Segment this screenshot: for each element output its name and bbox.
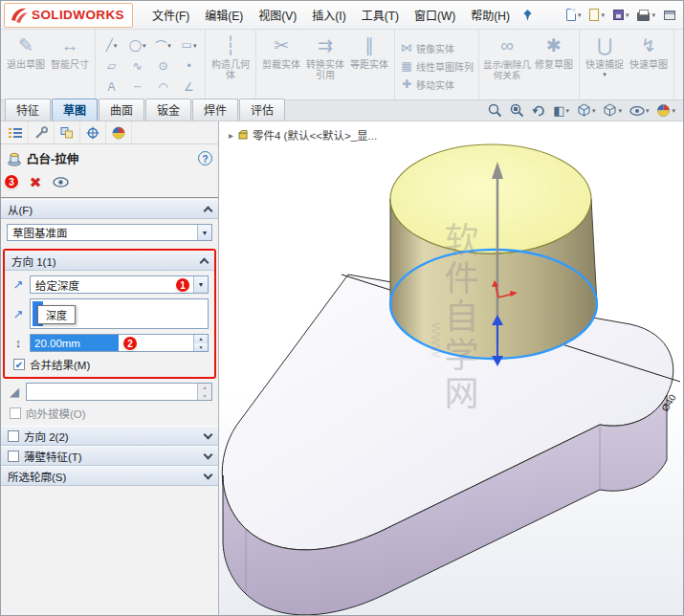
breadcrumb[interactable]: ▸ 零件4 (默认<<默认>_显...: [229, 127, 377, 143]
pm-tab-display-manager[interactable]: [106, 121, 132, 143]
pm-tab-feature-manager[interactable]: [3, 121, 29, 143]
slot-tool-button[interactable]: ▱: [99, 55, 124, 77]
previous-view-icon[interactable]: [532, 104, 545, 117]
caret-icon[interactable]: ▾: [578, 11, 582, 18]
arc-tool-button[interactable]: ⌒▾: [150, 34, 176, 55]
tab-sheet-metal[interactable]: 钣金: [145, 99, 191, 121]
caret-icon[interactable]: ▾: [167, 42, 171, 49]
centerline-tool-button[interactable]: ┄: [124, 77, 150, 98]
tab-features[interactable]: 特征: [5, 99, 51, 121]
selected-contours-section-header[interactable]: 所选轮廓(S): [1, 466, 218, 486]
help-button[interactable]: ?: [198, 151, 212, 165]
construction-geometry-button[interactable]: ┆ 构造几何体: [209, 33, 253, 80]
caret-icon[interactable]: ▾: [601, 11, 605, 18]
caret-icon[interactable]: ▾: [193, 42, 197, 49]
cylinder-top-face[interactable]: [390, 144, 591, 253]
menu-item-tools[interactable]: 工具(T): [354, 2, 407, 28]
caret-icon[interactable]: ▾: [603, 71, 607, 77]
spin-down-icon[interactable]: ▼: [194, 343, 208, 352]
caret-icon[interactable]: ▾: [646, 107, 650, 114]
caret-icon[interactable]: ▾: [618, 107, 622, 114]
draft-angle-input[interactable]: ▲ ▼: [26, 383, 212, 401]
caret-icon[interactable]: ▾: [592, 107, 596, 114]
expand-chevron-icon[interactable]: [204, 450, 213, 459]
fillet-tool-button[interactable]: ◠: [150, 77, 176, 98]
caret-icon[interactable]: ▾: [672, 107, 675, 114]
draft-outward-checkbox[interactable]: [10, 407, 21, 419]
thin-feature-section-header[interactable]: 薄壁特征(T): [1, 446, 218, 466]
end-condition-combo[interactable]: 给定深度 1 ▼: [30, 275, 209, 294]
linear-sketch-pattern-button[interactable]: ▦线性草图阵列: [400, 59, 474, 74]
collapse-chevron-icon[interactable]: [204, 207, 213, 216]
pm-tab-configuration-manager[interactable]: [55, 121, 80, 143]
new-document-button[interactable]: ▾: [566, 9, 582, 21]
zoom-area-icon[interactable]: [510, 103, 524, 118]
instant2d-button[interactable]: ✦ Inst...: [677, 33, 683, 70]
offset-entities-button[interactable]: ∥ 等距实体: [347, 33, 391, 70]
menu-item-view[interactable]: 视图(V): [251, 2, 304, 28]
edit-appearance-icon[interactable]: ▾: [656, 103, 675, 118]
combo-dropdown-icon[interactable]: ▼: [193, 276, 208, 293]
from-section-header[interactable]: 从(F): [1, 199, 218, 219]
save-button[interactable]: ▾: [613, 10, 629, 20]
menu-item-help[interactable]: 帮助(H): [463, 2, 518, 28]
text-tool-button[interactable]: A: [99, 77, 124, 98]
start-condition-combo[interactable]: 草图基准面 ▼: [7, 224, 212, 241]
menu-item-file[interactable]: 文件(F): [144, 2, 197, 28]
caret-icon[interactable]: ▾: [651, 11, 655, 18]
convert-entities-button[interactable]: ⇉ 转换实体引用: [303, 33, 347, 80]
rectangle-tool-button[interactable]: ▭▾: [176, 34, 202, 55]
tab-surfaces[interactable]: 曲面: [99, 99, 144, 121]
pm-tab-dimxpert-manager[interactable]: [80, 121, 106, 143]
repair-sketch-button[interactable]: ✱ 修复草图: [532, 33, 576, 70]
tab-sketch[interactable]: 草图: [52, 99, 98, 121]
circle-tool-button[interactable]: ◯▾: [124, 34, 150, 55]
trim-entities-button[interactable]: ✂ 剪裁实体: [259, 33, 303, 70]
open-document-button[interactable]: ▾: [589, 9, 605, 21]
mirror-entities-button[interactable]: ⋈镜像实体: [400, 41, 474, 55]
spline-tool-button[interactable]: ∿: [124, 55, 150, 77]
detailed-preview-button[interactable]: [53, 177, 69, 189]
caret-icon[interactable]: ▾: [114, 42, 118, 49]
direction2-checkbox[interactable]: [8, 430, 19, 442]
collapse-chevron-icon[interactable]: [200, 258, 210, 268]
caret-icon[interactable]: ▾: [143, 42, 146, 49]
spin-down-icon[interactable]: ▼: [198, 392, 211, 401]
tab-evaluate[interactable]: 评估: [239, 99, 285, 121]
move-entities-button[interactable]: ✚移动实体: [400, 77, 474, 92]
merge-result-checkbox[interactable]: ✔: [13, 359, 25, 370]
combo-dropdown-icon[interactable]: ▼: [197, 225, 211, 240]
menu-item-edit[interactable]: 编辑(E): [197, 2, 251, 28]
caret-icon[interactable]: ▾: [565, 107, 569, 114]
rapid-sketch-button[interactable]: ↯ 快速草图: [627, 33, 671, 70]
options-button[interactable]: [664, 11, 675, 20]
section-view-icon[interactable]: ◧▾: [553, 104, 569, 117]
thin-feature-checkbox[interactable]: [8, 451, 19, 462]
smart-dimension-button[interactable]: ↔ 智能尺寸: [48, 33, 92, 70]
exit-sketch-button[interactable]: ✎ 退出草图: [4, 33, 48, 70]
spin-up-icon[interactable]: ▲: [194, 335, 208, 343]
tab-weldments[interactable]: 焊件: [192, 99, 238, 121]
direction1-section-header[interactable]: 方向 1(1): [5, 251, 214, 271]
expand-chevron-icon[interactable]: [204, 470, 213, 479]
rapid-snaps-button[interactable]: ⋃ 快速捕捉 ▾: [583, 33, 627, 77]
direction2-section-header[interactable]: 方向 2(2): [1, 426, 218, 446]
display-delete-relations-button[interactable]: ∞ 显示/删除几何关系: [482, 33, 532, 80]
view-orientation-icon[interactable]: ▾: [577, 103, 596, 118]
pm-tab-property-manager[interactable]: [29, 121, 55, 143]
display-style-icon[interactable]: ▾: [603, 103, 622, 118]
ellipse-tool-button[interactable]: ⊙: [150, 55, 176, 77]
depth-input[interactable]: 20.00mm 2 ▲ ▼: [30, 334, 209, 352]
line-tool-button[interactable]: ╱▾: [99, 34, 124, 55]
pin-menu-icon[interactable]: [521, 9, 534, 22]
cancel-button[interactable]: ✖: [30, 174, 42, 191]
expand-chevron-icon[interactable]: [204, 429, 213, 439]
hide-show-items-icon[interactable]: ▾: [629, 106, 650, 116]
graphics-viewport[interactable]: ▸ 零件4 (默认<<默认>_显...: [219, 121, 683, 615]
reverse-direction-icon[interactable]: ↗: [11, 277, 26, 292]
spin-up-icon[interactable]: ▲: [198, 384, 211, 392]
zoom-fit-icon[interactable]: [488, 103, 502, 118]
menu-item-insert[interactable]: 插入(I): [304, 2, 353, 28]
print-button[interactable]: ▾: [637, 10, 655, 21]
direction-reference-icon[interactable]: ↗: [11, 307, 26, 321]
